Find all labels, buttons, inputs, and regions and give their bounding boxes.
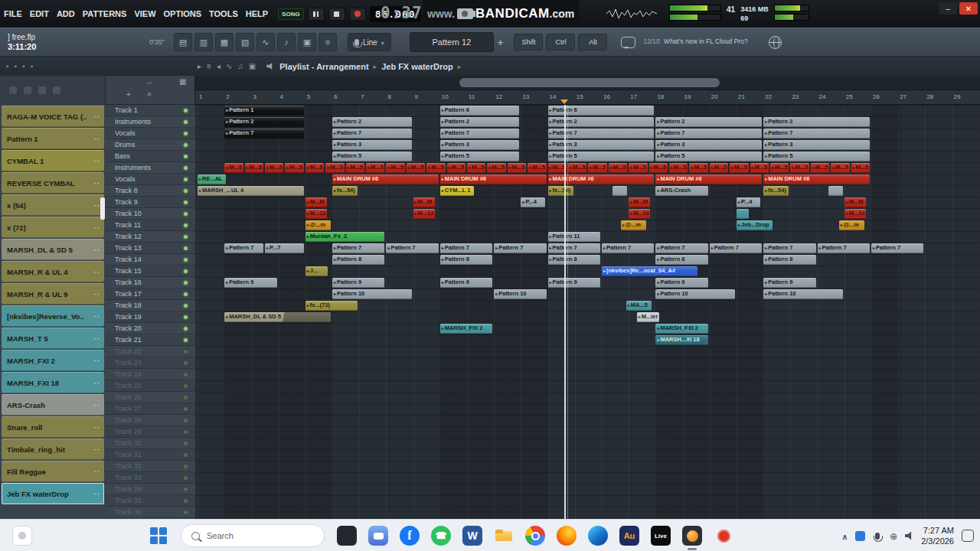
taskbar-clock[interactable]: 7:27 AM 2/3/2026: [921, 525, 954, 547]
clip-CYM...L 1[interactable]: CYM...L 1: [440, 186, 474, 196]
track-row-8[interactable]: Track 8: [106, 185, 195, 197]
clip-M...5[interactable]: M...5: [366, 163, 384, 173]
channel-item-8[interactable]: MARSH_R & UL 4··: [2, 261, 104, 282]
clip-MARSH_DL & SD 5[interactable]: MARSH_DL & SD 5: [224, 312, 331, 322]
clip-M...5[interactable]: M...5: [467, 163, 485, 173]
clip-M...M[interactable]: M...M: [629, 197, 650, 207]
channel-item-5[interactable]: x (54)··: [2, 194, 104, 216]
channel-pan-knobs[interactable]: ··: [94, 424, 101, 431]
clip-Pattern 7[interactable]: Pattern 7: [224, 129, 304, 139]
clip-MARSH_FXI 2[interactable]: MARSH_FXI 2: [655, 324, 707, 334]
channel-item-10[interactable]: [nkvibes]Reverse_Vo..··: [2, 305, 104, 327]
track-row-18[interactable]: Track 18: [106, 300, 195, 311]
clip-fx...54)[interactable]: fx...54): [548, 186, 573, 196]
browser-icon[interactable]: ▥: [194, 33, 213, 51]
clip-M...5[interactable]: M...5: [407, 163, 425, 173]
track-led[interactable]: [184, 201, 188, 204]
clip-Pattern 3[interactable]: Pattern 3: [763, 140, 870, 150]
clip-Pattern 8[interactable]: Pattern 8: [332, 255, 384, 265]
clip-M...5[interactable]: M...5: [689, 163, 707, 173]
track-led[interactable]: [184, 281, 188, 285]
channel-pan-knobs[interactable]: ··: [94, 269, 101, 276]
clip-Pattern 7[interactable]: Pattern 7: [871, 243, 923, 253]
tray-network-icon[interactable]: [890, 529, 897, 543]
clip-M...5[interactable]: M...5: [224, 163, 243, 173]
clip-Pattern 7[interactable]: Pattern 7: [224, 243, 263, 253]
clip-Pattern 9[interactable]: Pattern 9: [332, 278, 384, 288]
clip-M...5[interactable]: M...5: [386, 163, 404, 173]
channel-pan-knobs[interactable]: ··: [94, 180, 101, 187]
clip-Pattern 3[interactable]: Pattern 3: [332, 140, 412, 150]
clip-Pattern 8[interactable]: Pattern 8: [548, 255, 600, 265]
clip-Pattern 7[interactable]: Pattern 7: [818, 243, 870, 253]
clip-M...5[interactable]: M...5: [770, 163, 789, 173]
wave-tool-icon[interactable]: ∿: [226, 62, 232, 70]
track-row-9[interactable]: Track 9: [106, 197, 195, 208]
track-led[interactable]: [184, 178, 188, 181]
track-led[interactable]: [184, 465, 188, 468]
clip-M...12[interactable]: M...12: [413, 209, 435, 219]
track-row-21[interactable]: Track 21: [106, 334, 195, 346]
clip-M...5[interactable]: M...5: [447, 163, 466, 173]
track-led[interactable]: [184, 419, 188, 422]
minimize-button[interactable]: [939, 2, 957, 15]
clip-Pattern 11[interactable]: Pattern 11: [548, 232, 600, 242]
track-row-16[interactable]: Track 16: [106, 277, 195, 289]
track-row-31[interactable]: Track 31: [106, 449, 195, 461]
song-mode-toggle[interactable]: SONG: [278, 8, 304, 20]
search-box[interactable]: Search: [181, 524, 325, 547]
channel-pan-knobs[interactable]: ··: [94, 135, 101, 142]
clip-Jeb...Drop[interactable]: Jeb...Drop: [737, 220, 773, 230]
clip-Pattern 9[interactable]: Pattern 9: [224, 278, 276, 288]
clip-Pattern 2[interactable]: Pattern 2: [224, 117, 304, 127]
clip-Pattern 10[interactable]: Pattern 10: [332, 289, 412, 299]
track-led[interactable]: [184, 189, 188, 193]
menu-item-patterns[interactable]: PATTERNS: [79, 9, 131, 18]
playhead-marker[interactable]: [560, 99, 568, 104]
track-led[interactable]: [184, 109, 188, 112]
clip-Pattern 3[interactable]: Pattern 3: [440, 140, 520, 150]
channel-item-6[interactable]: x (72)··: [2, 217, 104, 238]
track-led[interactable]: [184, 258, 188, 262]
clip-M...12[interactable]: M...12: [305, 209, 327, 219]
channel-pan-knobs[interactable]: ··: [94, 313, 101, 320]
clip-Pattern 3[interactable]: Pattern 3: [655, 140, 762, 150]
alt-key-button[interactable]: Alt: [578, 34, 607, 51]
clip-fx...54)[interactable]: fx...54): [763, 186, 789, 196]
back-icon[interactable]: ▪: [6, 62, 9, 70]
track-led[interactable]: [184, 292, 188, 296]
clip-MAIN DRUM #6[interactable]: MAIN DRUM #6: [655, 174, 762, 184]
clip-J...[interactable]: J...: [305, 266, 328, 276]
track-row-27[interactable]: Track 27: [106, 403, 195, 415]
clip-Pattern 7[interactable]: Pattern 7: [440, 243, 492, 253]
track-led[interactable]: [184, 132, 188, 135]
track-led[interactable]: [184, 510, 188, 514]
channel-pan-knobs[interactable]: ··: [94, 246, 101, 253]
channel-item-3[interactable]: CYMBAL 1··: [2, 150, 104, 171]
track-led[interactable]: [184, 430, 188, 434]
clip-Pattern 9[interactable]: Pattern 9: [440, 278, 492, 288]
track-row-29[interactable]: Track 29: [106, 426, 195, 438]
channel-item-15[interactable]: Snare_roll··: [2, 416, 104, 438]
track-row-19[interactable]: Track 19: [106, 311, 195, 323]
clip-Pattern 5[interactable]: Pattern 5: [763, 152, 870, 161]
clip-MAIN DRUM #6[interactable]: MAIN DRUM #6: [332, 174, 439, 184]
channel-pan-knobs[interactable]: ··: [94, 380, 101, 386]
clip-M...5[interactable]: M...5: [568, 163, 586, 173]
panel-icon-2[interactable]: [24, 86, 31, 94]
clip-Pattern 7[interactable]: Pattern 7: [602, 243, 654, 253]
track-led[interactable]: [184, 384, 188, 388]
channel-item-12[interactable]: MARSH_FXI 2··: [2, 350, 104, 371]
horizontal-scrollbar[interactable]: [195, 76, 980, 90]
clip-M...M[interactable]: M...M: [844, 197, 866, 207]
clip-M...5[interactable]: M...5: [305, 163, 324, 173]
track-led[interactable]: [184, 304, 188, 308]
track-led[interactable]: [184, 246, 188, 250]
track-row-5[interactable]: Bass: [106, 151, 195, 162]
clip-M...5[interactable]: M...5: [710, 163, 728, 173]
clip-M...5[interactable]: M...5: [588, 163, 606, 173]
menu-item-view[interactable]: VIEW: [130, 9, 159, 18]
track-row-11[interactable]: Track 11: [106, 220, 195, 231]
taskbar-app-live[interactable]: Live: [651, 526, 671, 546]
clip-Pattern 7[interactable]: Pattern 7: [763, 243, 815, 253]
